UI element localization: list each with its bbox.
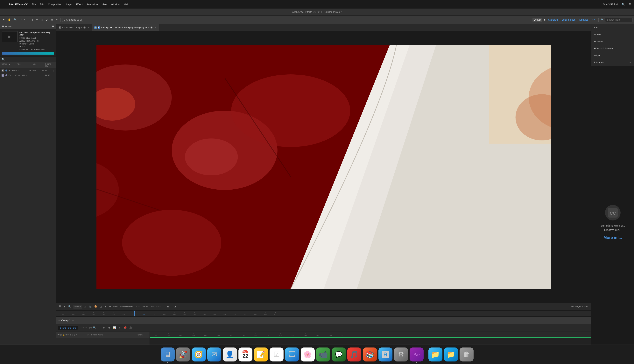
dock-keynote[interactable]: 🎞 [285,348,299,362]
tc-add-marker-btn[interactable]: ⧓ [107,326,111,330]
dock-mail[interactable]: ✉ [207,348,221,362]
tab-comp[interactable]: C Composition Comp 1 × ☰ [56,24,92,31]
menu-view[interactable]: View [102,3,107,6]
tool-roto[interactable]: ⊗ [50,18,54,22]
viewer-cache-btn[interactable]: ⊞ [166,305,170,308]
dock-folder-ae[interactable]: 📁 [429,348,443,362]
workspace-standard[interactable]: Standard [547,18,559,22]
viewer-settings-btn[interactable]: ☰ [58,305,62,308]
timeline-close-btn[interactable]: × [58,319,60,322]
tc-pin-btn[interactable]: 📌 [123,326,127,330]
dock-photos[interactable]: 🌸 [301,348,315,362]
timeline-timecode[interactable]: 0:00;00;00 [58,325,78,330]
viewer-camera-btn[interactable]: 📷 [88,305,92,308]
dock-reminders[interactable]: ☑ [270,348,284,362]
dock-music[interactable]: 🎵 [347,348,361,362]
file-icon-0: ▶ [2,69,4,72]
dock-contacts[interactable]: 👤 [223,348,237,362]
file-list-item-0[interactable]: ▶ 4K-Chim...mp4 MPEG 252 MB 29.97 ⋮ [0,68,56,73]
tool-text[interactable]: T [31,18,34,22]
file-options-0[interactable]: ⋮ [53,70,55,72]
viewer-refresh-btn[interactable]: ⟳ [109,305,112,308]
tc-search-icon[interactable]: 🔍 [93,326,96,329]
right-panel-preview[interactable]: Preview [591,38,634,45]
footage-tab-icon: 🔒 [94,26,97,29]
menu-animation[interactable]: Animation [87,3,98,6]
right-panel-libraries[interactable]: Libraries ☰ [591,59,634,66]
tool-select[interactable]: ▼ [2,18,6,22]
project-search-input[interactable] [6,58,55,61]
tool-zoom[interactable]: 🔍 [13,18,18,22]
libraries-label: Libraries [594,61,604,64]
dock-appstore[interactable]: 🅰 [378,348,392,362]
dock-trash[interactable]: 🗑 [460,348,474,362]
dock-ae-icon: Ae [409,348,424,362]
menu-effect[interactable]: Effect [76,3,83,6]
search-help-input[interactable] [605,18,632,22]
right-panel-align[interactable]: Align [591,52,634,59]
tc-loop-btn[interactable]: ↻ [102,326,106,330]
tc-toggle-btn[interactable]: ⊳ [118,326,122,330]
right-panel-audio[interactable]: Audio [591,31,634,38]
app-name[interactable]: After Effects CC [9,3,28,6]
tc-trim-btn[interactable]: ⊢ [97,326,101,330]
tool-paint[interactable]: 🖌 [45,18,49,22]
comp-tab-close[interactable]: × [83,26,86,29]
cc-more-info-link[interactable]: More inf... [603,236,622,240]
dock-facetime2[interactable]: 💬 [332,348,346,362]
tool-puppet[interactable]: ✦ [55,18,59,22]
file-detail-4: 48.000 kHz / 32 bit U / Stereo [20,48,54,51]
dock-settings[interactable]: ⚙ [394,348,408,362]
workspace-small-screen[interactable]: Small Screen [560,18,577,22]
project-menu-icon[interactable]: ☰ [52,25,54,28]
timeline-menu-icon[interactable]: ☰ [72,319,74,322]
viewer-layout-btn[interactable]: ⊞ [63,305,66,308]
comp-tab-menu-icon: ☰ [88,26,89,28]
project-title: Project [5,25,13,28]
tool-shape[interactable]: ◻ [40,18,44,22]
menu-edit[interactable]: Edit [40,3,44,6]
dock-notes[interactable]: 📝 [254,348,268,362]
menu-window[interactable]: Window [111,3,120,6]
viewer-mask-btn[interactable]: ◻ [99,305,103,308]
menu-search-icon[interactable]: 🔍 [621,3,625,6]
dock-books[interactable]: 📚 [363,348,377,362]
viewer-ruler: 00s 02s 04s 06s 08s 10s 12s 14s 16s 18s … [56,310,591,316]
tool-undo[interactable]: ↩ [19,18,23,22]
dock-facetime[interactable]: 📹 [316,348,330,362]
viewer-color-btn[interactable]: 🎨 [94,305,98,308]
viewer-playhead[interactable] [134,310,135,316]
tc-chart-btn[interactable]: 📊 [112,326,117,330]
viewer-snap2-btn[interactable]: ⊡ [173,305,177,308]
workspace-default[interactable]: Default [532,18,542,22]
menu-help[interactable]: Help [124,3,129,6]
workspace-more[interactable]: >> [591,18,596,22]
footage-tab-close[interactable]: × [150,26,153,29]
right-panel-info[interactable]: Info [591,24,634,31]
tab-footage[interactable]: 🔒 ▶ Footage 4K-Chimei-inn-60mbps (4ksamp… [92,24,159,31]
viewer-magnify-btn[interactable]: 🔍 [68,305,72,308]
toolbar-sep-1 [29,18,29,22]
right-panel-effects[interactable]: Effects & Presets [591,45,634,52]
dock-finder[interactable]: 🖥 [161,348,175,362]
viewer-snap-btn[interactable]: ⊡ [83,305,87,308]
menu-controls-icon[interactable]: ☰ [628,3,631,6]
menu-composition[interactable]: Composition [48,3,62,6]
tool-hand[interactable]: ✋ [7,18,12,22]
dock-folder-2[interactable]: 📁 [444,348,458,362]
dock-safari[interactable]: 🧭 [192,348,206,362]
dock-launchpad[interactable]: 🚀 [176,348,190,362]
snapping-toggle[interactable]: ⊡ Snapping ⊞ ⊟ [62,18,83,22]
viewer-zoom-display[interactable]: 50% ▾ [73,305,82,308]
workspace-libraries[interactable]: Libraries [578,18,589,22]
file-list-item-1[interactable]: C Comp 1 Composition 29.97 [0,73,56,78]
menu-layer[interactable]: Layer [66,3,72,6]
tool-pen[interactable]: ✏ [35,18,39,22]
viewer-3d-btn[interactable]: ⊕ [104,305,107,308]
tool-redo[interactable]: ↪ [23,18,28,22]
tc-camera-btn[interactable]: 🎥 [129,326,133,330]
libraries-collapse-icon[interactable]: ☰ [629,62,631,64]
dock-calendar[interactable]: OCT 22 [239,348,253,362]
dock-ae[interactable]: Ae [409,348,424,362]
menu-file[interactable]: File [32,3,36,6]
